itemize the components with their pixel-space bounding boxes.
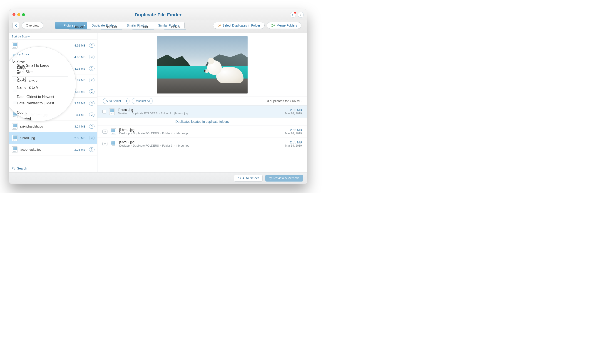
- file-row[interactable]: avi-richardsh.jpg3.24 MB3: [9, 121, 97, 132]
- back-button[interactable]: [13, 22, 19, 29]
- updates-button[interactable]: [290, 12, 296, 18]
- tab-size-label: 336 MB: [96, 25, 127, 29]
- duplicate-file-date: Mar 14, 2019: [285, 144, 302, 147]
- review-remove-button[interactable]: Review & Remove: [265, 175, 303, 182]
- toolbar: Overview PicturesDuplicate FoldersSimila…: [9, 20, 307, 33]
- select-checkbox[interactable]: [103, 110, 106, 113]
- duplicate-folders-banner: Duplicates located in duplicate folders: [97, 118, 307, 125]
- svg-rect-8: [104, 143, 105, 144]
- image-preview: [157, 36, 248, 94]
- search-icon: [12, 167, 15, 170]
- jpeg-file-icon: [12, 42, 17, 49]
- tab-size-label: 35 MB: [127, 25, 159, 29]
- notification-dot: [294, 12, 296, 14]
- svg-rect-9: [105, 143, 106, 144]
- file-size: 3.24 MB: [74, 125, 85, 128]
- sort-option[interactable]: Count: [12, 109, 68, 116]
- file-count-badge: 2: [89, 43, 95, 48]
- svg-point-11: [238, 177, 239, 177]
- sort-option[interactable]: Size: Large to Small: [12, 59, 17, 62]
- deselect-all-button[interactable]: Deselect All: [132, 98, 153, 104]
- wand-icon: [238, 176, 241, 180]
- svg-point-12: [240, 178, 240, 179]
- duplicate-file-name: jf-brou-.jpg: [119, 128, 282, 132]
- jpeg-file-icon: [111, 141, 116, 147]
- duplicate-summary: 3 duplicates for 7.66 MB: [267, 99, 301, 103]
- file-row[interactable]: jf-brou-.jpg2.55 MB3: [9, 132, 97, 144]
- sort-option[interactable]: Date: Newest to Oldest: [12, 100, 68, 106]
- auto-select-dropdown-icon[interactable]: ▾: [124, 98, 129, 104]
- duplicate-file-size: 2.55 MB: [285, 128, 302, 132]
- svg-rect-6: [105, 131, 106, 132]
- file-count-badge: 3: [89, 124, 95, 129]
- detail-pane: Auto Select ▾ Deselect All 3 duplicates …: [97, 33, 307, 172]
- duplicate-row[interactable]: jf-brou-.jpgDesktop › Duplicate FOLDERS …: [97, 125, 307, 138]
- file-count-badge: 3: [89, 101, 95, 106]
- svg-point-2: [219, 25, 220, 26]
- file-count-badge: 2: [89, 66, 95, 71]
- jpeg-file-icon: [111, 128, 116, 135]
- svg-point-3: [13, 167, 14, 169]
- file-count-badge: 3: [89, 147, 95, 152]
- file-name: jacob-repko.jpg: [20, 148, 72, 151]
- duplicate-list: jf-brou-.jpgDesktop › Duplicate FOLDERS …: [97, 106, 307, 172]
- sort-option[interactable]: Date: Oldest to Newest: [12, 94, 68, 100]
- sort-option[interactable]: Name: A to Z: [12, 78, 68, 84]
- folder-link-icon: [103, 130, 107, 134]
- sort-dropdown-trigger[interactable]: Sort by Size: [9, 33, 97, 40]
- duplicate-file-name: jf-brou-.jpg: [118, 108, 282, 112]
- file-count-badge: 3: [89, 55, 95, 59]
- app-title: Duplicate File Finder: [9, 12, 307, 17]
- file-list-sidebar: Sort by Size 4.92 MB24.86 MB34.15 MB23.8…: [9, 33, 97, 172]
- select-duplicates-in-folder-button[interactable]: Select Duplicates in Folder: [213, 22, 265, 29]
- jpeg-file-icon: [12, 146, 17, 153]
- file-size: 2.26 MB: [74, 148, 85, 151]
- file-count-badge: 3: [89, 136, 95, 140]
- file-size: 3.88 MB: [74, 90, 85, 94]
- main-body: Sort by Size 4.92 MB24.86 MB34.15 MB23.8…: [9, 33, 307, 172]
- duplicate-file-date: Mar 14, 2019: [285, 112, 302, 115]
- file-size: 2.55 MB: [74, 136, 85, 140]
- file-size: 3.89 MB: [74, 79, 85, 82]
- selection-toolbar: Auto Select ▾ Deselect All 3 duplicates …: [97, 96, 307, 106]
- file-name: jf-brou-.jpg: [20, 136, 72, 140]
- tab-size-label: 69 MB: [64, 25, 96, 29]
- trash-icon: [269, 176, 272, 180]
- sort-option[interactable]: Total Size: [12, 69, 68, 75]
- file-size: 3.4 MB: [76, 113, 85, 117]
- duplicate-row[interactable]: jf-brou-.jpgDesktop › Duplicate FOLDERS …: [97, 138, 307, 150]
- file-count-badge: 2: [89, 78, 95, 82]
- jpeg-file-icon: [12, 123, 17, 130]
- duplicate-file-date: Mar 14, 2019: [285, 132, 302, 135]
- file-row[interactable]: jacob-repko.jpg2.26 MB3: [9, 144, 97, 155]
- jpeg-file-icon: [12, 135, 17, 141]
- title-bar: Duplicate File Finder i: [9, 9, 307, 20]
- duplicate-file-size: 2.55 MB: [285, 108, 302, 112]
- duplicate-file-path: Desktop › Duplicate FOLDERS › Folder 4 ›…: [119, 132, 282, 135]
- sort-option[interactable]: Name: Z to A: [12, 84, 68, 91]
- search-input[interactable]: Search: [9, 164, 97, 172]
- svg-line-4: [14, 169, 15, 169]
- footer: Auto Select Review & Remove: [9, 172, 307, 184]
- file-size: 4.92 MB: [74, 44, 85, 47]
- file-size: 3.74 MB: [74, 102, 85, 105]
- footer-auto-select-button[interactable]: Auto Select: [234, 175, 263, 182]
- file-name: avi-richardsh.jpg: [20, 124, 72, 128]
- file-count-badge: 2: [89, 113, 95, 117]
- svg-point-0: [293, 15, 293, 15]
- duplicate-row[interactable]: jf-brou-.jpgDesktop › Duplicate FOLDERS …: [97, 106, 307, 118]
- duplicate-file-size: 2.55 MB: [285, 140, 302, 144]
- merge-folders-button[interactable]: Merge Folders: [267, 22, 301, 29]
- tab-size-label: 73 MB: [159, 25, 191, 29]
- folder-link-icon: [103, 142, 107, 146]
- info-button[interactable]: i: [298, 12, 304, 18]
- overview-button[interactable]: Overview: [22, 22, 43, 29]
- auto-select-split-button[interactable]: Auto Select ▾: [103, 98, 129, 104]
- file-count-badge: 2: [89, 89, 95, 94]
- sort-option[interactable]: Size: Small to Large: [12, 62, 68, 69]
- file-size: 4.15 MB: [74, 67, 85, 70]
- duplicate-file-name: jf-brou-.jpg: [119, 140, 282, 144]
- app-window: Duplicate File Finder i Overview Picture…: [9, 9, 307, 184]
- file-size: 4.86 MB: [74, 55, 85, 59]
- sort-dropdown-header: Sort by Size: [11, 53, 68, 56]
